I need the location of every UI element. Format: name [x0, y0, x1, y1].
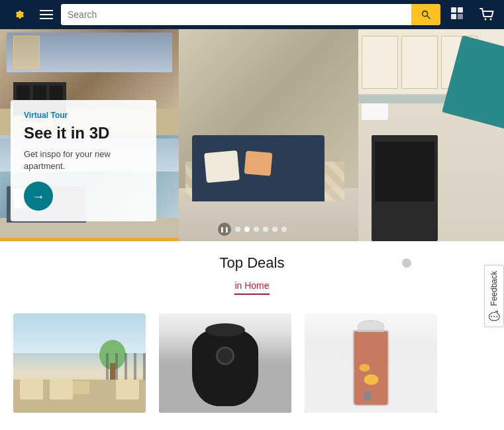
svg-point-13 — [490, 19, 492, 21]
cart-icon — [478, 5, 496, 24]
hero-title: See it in 3D — [24, 124, 143, 143]
feedback-tab-wrapper: 💬 Feedback — [484, 265, 504, 327]
hero-banner: Virtual Tour See it in 3D Get inspo for … — [0, 29, 504, 241]
feedback-tab[interactable]: 💬 Feedback — [484, 265, 504, 327]
carousel-dot-6[interactable] — [281, 227, 287, 232]
svg-line-7 — [427, 16, 430, 19]
header-icons — [448, 5, 496, 24]
dispenser-jar — [353, 330, 389, 406]
svg-rect-11 — [458, 14, 463, 19]
virtual-tour-badge: Virtual Tour — [24, 111, 143, 120]
airfryer-body — [192, 327, 258, 406]
account-button[interactable] — [448, 5, 467, 24]
hero-subtitle: Get inspo for your new apartment. — [24, 148, 143, 172]
svg-rect-8 — [451, 7, 456, 13]
account-icon — [448, 5, 467, 24]
search-button[interactable] — [411, 4, 440, 25]
feedback-label: Feedback — [489, 271, 499, 306]
carousel-controls: ❚❚ — [218, 223, 287, 236]
product-card-dispenser[interactable] — [305, 313, 437, 413]
walmart-logo — [8, 3, 32, 27]
product-card-patio[interactable] — [13, 313, 146, 413]
hero-cta-button[interactable]: → — [24, 182, 53, 211]
carousel-pause-button[interactable]: ❚❚ — [218, 223, 231, 236]
search-bar — [61, 4, 440, 25]
header — [0, 0, 504, 29]
carousel-dot-3[interactable] — [254, 227, 259, 232]
patio-chair-2 — [50, 380, 73, 400]
carousel-dot-4[interactable] — [263, 227, 268, 232]
orange-accent-bar — [0, 238, 179, 241]
fence-decor — [106, 353, 146, 380]
in-home-tab[interactable]: in Home — [234, 280, 269, 295]
carousel-dot-1[interactable] — [235, 227, 240, 232]
top-deals-section: Top Deals in Home — [0, 241, 504, 307]
patio-chair-3 — [116, 380, 139, 400]
dispenser-spigot — [364, 392, 371, 401]
search-icon — [421, 9, 431, 20]
arrow-right-icon: → — [32, 189, 45, 203]
svg-point-12 — [485, 19, 487, 21]
top-deals-dot — [402, 258, 411, 268]
cart-button[interactable] — [478, 5, 496, 24]
product-strip — [0, 307, 504, 413]
hero-main-image — [179, 29, 504, 241]
svg-rect-9 — [458, 7, 463, 13]
hamburger-menu-icon[interactable] — [40, 10, 53, 19]
hero-overlay-card: Virtual Tour See it in 3D Get inspo for … — [11, 100, 156, 221]
svg-rect-10 — [451, 14, 456, 19]
sky-background — [13, 313, 146, 353]
chat-icon: 💬 — [489, 310, 499, 321]
product-card-airfryer[interactable] — [159, 313, 291, 413]
dispenser-lid — [358, 320, 384, 332]
sofa-decor — [192, 148, 325, 201]
search-input[interactable] — [61, 4, 411, 25]
pause-icon: ❚❚ — [220, 227, 229, 233]
patio-chair-1 — [20, 380, 43, 400]
top-deals-header: Top Deals — [0, 254, 504, 272]
top-deals-title: Top Deals — [220, 254, 285, 272]
carousel-dot-2[interactable] — [244, 227, 250, 232]
carousel-dot-5[interactable] — [272, 227, 277, 232]
